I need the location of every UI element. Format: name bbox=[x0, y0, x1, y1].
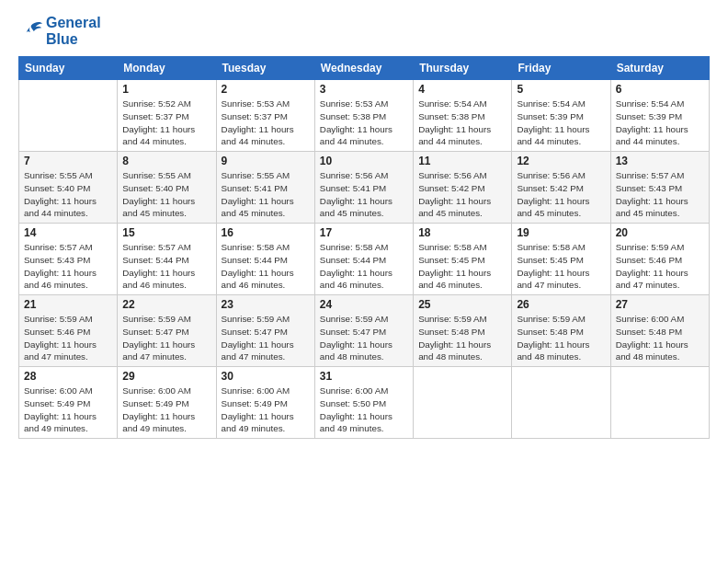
column-header-wednesday: Wednesday bbox=[314, 57, 413, 80]
calendar-cell: 28Sunrise: 6:00 AMSunset: 5:49 PMDayligh… bbox=[19, 367, 118, 439]
calendar-cell: 6Sunrise: 5:54 AMSunset: 5:39 PMDaylight… bbox=[610, 80, 709, 152]
day-number: 9 bbox=[222, 155, 310, 167]
calendar-cell bbox=[414, 367, 512, 439]
calendar-cell: 1Sunrise: 5:52 AMSunset: 5:37 PMDaylight… bbox=[118, 80, 216, 152]
day-number: 11 bbox=[418, 155, 506, 167]
day-number: 6 bbox=[616, 83, 704, 96]
day-number: 29 bbox=[122, 370, 210, 383]
day-info: Sunrise: 5:59 AMSunset: 5:47 PMDaylight:… bbox=[222, 313, 310, 363]
day-info: Sunrise: 5:54 AMSunset: 5:39 PMDaylight:… bbox=[517, 98, 605, 148]
day-info: Sunrise: 5:57 AMSunset: 5:43 PMDaylight:… bbox=[616, 169, 704, 220]
column-header-saturday: Saturday bbox=[610, 57, 709, 80]
day-info: Sunrise: 5:59 AMSunset: 5:47 PMDaylight:… bbox=[320, 313, 408, 363]
day-info: Sunrise: 5:53 AMSunset: 5:38 PMDaylight:… bbox=[320, 98, 408, 148]
day-number: 30 bbox=[222, 370, 310, 383]
calendar-cell: 22Sunrise: 5:59 AMSunset: 5:47 PMDayligh… bbox=[118, 295, 216, 367]
calendar-cell: 17Sunrise: 5:58 AMSunset: 5:44 PMDayligh… bbox=[314, 224, 413, 295]
day-info: Sunrise: 5:55 AMSunset: 5:40 PMDaylight:… bbox=[122, 169, 210, 220]
day-number: 22 bbox=[122, 298, 210, 311]
calendar-cell: 2Sunrise: 5:53 AMSunset: 5:37 PMDaylight… bbox=[216, 80, 314, 152]
day-number: 1 bbox=[122, 83, 210, 96]
day-info: Sunrise: 6:00 AMSunset: 5:48 PMDaylight:… bbox=[616, 313, 704, 363]
calendar-cell: 31Sunrise: 6:00 AMSunset: 5:50 PMDayligh… bbox=[314, 367, 413, 439]
day-info: Sunrise: 5:54 AMSunset: 5:39 PMDaylight:… bbox=[616, 98, 704, 148]
calendar-cell: 25Sunrise: 5:59 AMSunset: 5:48 PMDayligh… bbox=[414, 295, 512, 367]
day-number: 4 bbox=[418, 83, 506, 96]
day-info: Sunrise: 5:55 AMSunset: 5:40 PMDaylight:… bbox=[24, 169, 112, 220]
day-info: Sunrise: 5:56 AMSunset: 5:42 PMDaylight:… bbox=[418, 169, 506, 220]
calendar-cell: 18Sunrise: 5:58 AMSunset: 5:45 PMDayligh… bbox=[414, 224, 512, 295]
day-info: Sunrise: 5:58 AMSunset: 5:44 PMDaylight:… bbox=[222, 241, 310, 292]
day-number: 7 bbox=[24, 155, 112, 167]
day-info: Sunrise: 5:52 AMSunset: 5:37 PMDaylight:… bbox=[122, 98, 210, 148]
day-number: 31 bbox=[320, 370, 408, 383]
day-info: Sunrise: 5:58 AMSunset: 5:45 PMDaylight:… bbox=[418, 241, 506, 292]
day-number: 18 bbox=[418, 226, 506, 239]
calendar-table: SundayMondayTuesdayWednesdayThursdayFrid… bbox=[18, 56, 710, 439]
calendar-cell: 7Sunrise: 5:55 AMSunset: 5:40 PMDaylight… bbox=[19, 152, 118, 224]
calendar-cell: 11Sunrise: 5:56 AMSunset: 5:42 PMDayligh… bbox=[414, 152, 512, 224]
day-number: 19 bbox=[517, 226, 605, 239]
week-row-5: 28Sunrise: 6:00 AMSunset: 5:49 PMDayligh… bbox=[19, 367, 710, 439]
logo: General Blue bbox=[18, 15, 101, 47]
week-row-3: 14Sunrise: 5:57 AMSunset: 5:43 PMDayligh… bbox=[19, 224, 710, 295]
calendar-cell: 3Sunrise: 5:53 AMSunset: 5:38 PMDaylight… bbox=[314, 80, 413, 152]
day-number: 28 bbox=[24, 370, 112, 383]
week-row-4: 21Sunrise: 5:59 AMSunset: 5:46 PMDayligh… bbox=[19, 295, 710, 367]
day-number: 13 bbox=[616, 155, 704, 167]
column-header-tuesday: Tuesday bbox=[216, 57, 314, 80]
day-number: 3 bbox=[320, 83, 408, 96]
calendar-cell bbox=[19, 80, 118, 152]
logo-text: General Blue bbox=[46, 15, 101, 47]
day-info: Sunrise: 5:59 AMSunset: 5:46 PMDaylight:… bbox=[616, 241, 704, 292]
day-number: 20 bbox=[616, 226, 704, 239]
calendar-cell: 30Sunrise: 6:00 AMSunset: 5:49 PMDayligh… bbox=[216, 367, 314, 439]
day-number: 25 bbox=[418, 298, 506, 311]
calendar-cell: 12Sunrise: 5:56 AMSunset: 5:42 PMDayligh… bbox=[512, 152, 610, 224]
column-header-thursday: Thursday bbox=[414, 57, 512, 80]
calendar-cell: 20Sunrise: 5:59 AMSunset: 5:46 PMDayligh… bbox=[610, 224, 709, 295]
header: General Blue bbox=[18, 15, 710, 47]
day-number: 21 bbox=[24, 298, 112, 311]
day-info: Sunrise: 6:00 AMSunset: 5:49 PMDaylight:… bbox=[24, 385, 112, 435]
day-info: Sunrise: 5:57 AMSunset: 5:43 PMDaylight:… bbox=[24, 241, 112, 292]
day-info: Sunrise: 5:53 AMSunset: 5:37 PMDaylight:… bbox=[222, 98, 310, 148]
day-info: Sunrise: 5:59 AMSunset: 5:48 PMDaylight:… bbox=[517, 313, 605, 363]
day-number: 8 bbox=[122, 155, 210, 167]
day-info: Sunrise: 6:00 AMSunset: 5:50 PMDaylight:… bbox=[320, 385, 408, 435]
day-info: Sunrise: 5:57 AMSunset: 5:44 PMDaylight:… bbox=[122, 241, 210, 292]
calendar-cell: 21Sunrise: 5:59 AMSunset: 5:46 PMDayligh… bbox=[19, 295, 118, 367]
calendar-cell: 19Sunrise: 5:58 AMSunset: 5:45 PMDayligh… bbox=[512, 224, 610, 295]
day-info: Sunrise: 6:00 AMSunset: 5:49 PMDaylight:… bbox=[222, 385, 310, 435]
day-info: Sunrise: 5:59 AMSunset: 5:47 PMDaylight:… bbox=[122, 313, 210, 363]
week-row-2: 7Sunrise: 5:55 AMSunset: 5:40 PMDaylight… bbox=[19, 152, 710, 224]
calendar-cell: 16Sunrise: 5:58 AMSunset: 5:44 PMDayligh… bbox=[216, 224, 314, 295]
calendar-cell: 13Sunrise: 5:57 AMSunset: 5:43 PMDayligh… bbox=[610, 152, 709, 224]
day-number: 24 bbox=[320, 298, 408, 311]
day-number: 15 bbox=[122, 226, 210, 239]
calendar-cell: 9Sunrise: 5:55 AMSunset: 5:41 PMDaylight… bbox=[216, 152, 314, 224]
day-number: 10 bbox=[320, 155, 408, 167]
calendar-cell: 5Sunrise: 5:54 AMSunset: 5:39 PMDaylight… bbox=[512, 80, 610, 152]
day-number: 23 bbox=[222, 298, 310, 311]
page: General Blue SundayMondayTuesdayWednesda… bbox=[0, 0, 728, 563]
calendar-cell: 23Sunrise: 5:59 AMSunset: 5:47 PMDayligh… bbox=[216, 295, 314, 367]
calendar-header-row: SundayMondayTuesdayWednesdayThursdayFrid… bbox=[19, 57, 710, 80]
day-number: 14 bbox=[24, 226, 112, 239]
day-number: 16 bbox=[222, 226, 310, 239]
calendar-cell: 29Sunrise: 6:00 AMSunset: 5:49 PMDayligh… bbox=[118, 367, 216, 439]
week-row-1: 1Sunrise: 5:52 AMSunset: 5:37 PMDaylight… bbox=[19, 80, 710, 152]
day-info: Sunrise: 5:56 AMSunset: 5:42 PMDaylight:… bbox=[517, 169, 605, 220]
day-number: 27 bbox=[616, 298, 704, 311]
day-number: 12 bbox=[517, 155, 605, 167]
day-info: Sunrise: 6:00 AMSunset: 5:49 PMDaylight:… bbox=[122, 385, 210, 435]
day-number: 26 bbox=[517, 298, 605, 311]
day-info: Sunrise: 5:59 AMSunset: 5:46 PMDaylight:… bbox=[24, 313, 112, 363]
calendar-cell: 10Sunrise: 5:56 AMSunset: 5:41 PMDayligh… bbox=[314, 152, 413, 224]
day-info: Sunrise: 5:55 AMSunset: 5:41 PMDaylight:… bbox=[222, 169, 310, 220]
calendar-cell: 24Sunrise: 5:59 AMSunset: 5:47 PMDayligh… bbox=[314, 295, 413, 367]
calendar-cell: 4Sunrise: 5:54 AMSunset: 5:38 PMDaylight… bbox=[414, 80, 512, 152]
day-info: Sunrise: 5:58 AMSunset: 5:44 PMDaylight:… bbox=[320, 241, 408, 292]
calendar-cell: 26Sunrise: 5:59 AMSunset: 5:48 PMDayligh… bbox=[512, 295, 610, 367]
day-info: Sunrise: 5:58 AMSunset: 5:45 PMDaylight:… bbox=[517, 241, 605, 292]
